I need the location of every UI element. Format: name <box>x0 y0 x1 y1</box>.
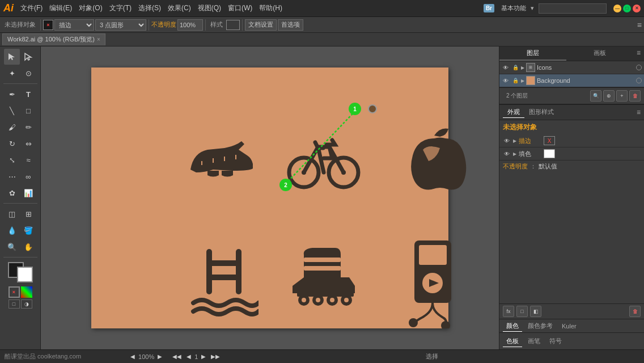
gradient-indicator[interactable] <box>21 286 32 298</box>
status-bar: 酷课堂出品 coolketang.com ◀ 100% ▶ ◀◀ ◀ 1 ▶ ▶… <box>0 349 644 363</box>
type-tool[interactable]: T <box>20 86 36 102</box>
appearance-menu-btn[interactable]: ≡ <box>637 108 641 116</box>
blend-anchor-node[interactable] <box>368 104 377 113</box>
zoom-prev-btn[interactable]: ◀ <box>129 353 137 360</box>
layer-row-background[interactable]: 👁 🔒 ▶ Background <box>499 74 644 87</box>
screen-mode-btn[interactable]: ◑ <box>21 299 32 309</box>
layer-eye-icons[interactable]: 👁 <box>502 64 510 71</box>
close-button[interactable]: ✕ <box>633 5 641 12</box>
menu-object[interactable]: 对象(O) <box>75 2 105 14</box>
zoom-tool[interactable]: 🔍 <box>4 239 20 255</box>
line-tool[interactable]: ╲ <box>4 103 20 119</box>
fill-value-box[interactable] <box>544 149 555 158</box>
new-layer-btn[interactable]: + <box>616 90 628 102</box>
page-back-btn[interactable]: ◀ <box>185 353 193 360</box>
locate-layer-btn[interactable]: ⊕ <box>603 90 615 102</box>
brushes-tab[interactable]: 画笔 <box>524 336 544 347</box>
style-box[interactable] <box>226 20 240 30</box>
scale-tool[interactable]: ⤡ <box>4 152 20 168</box>
warp-tool[interactable]: ≈ <box>20 152 36 168</box>
menu-type[interactable]: 文字(T) <box>106 2 135 14</box>
stroke-value-box[interactable]: X <box>544 136 555 145</box>
stroke-type-select[interactable]: 描边 <box>54 19 94 31</box>
magic-wand-tool[interactable]: ✦ <box>4 65 20 81</box>
gradient-tool[interactable]: ◫ <box>4 206 20 222</box>
direct-select-tool[interactable] <box>20 49 36 65</box>
width-tool[interactable]: ⋯ <box>4 168 20 184</box>
menu-select[interactable]: 选择(S) <box>135 2 164 14</box>
graphic-styles-tab[interactable]: 图形样式 <box>524 107 558 118</box>
menu-edit[interactable]: 编辑(E) <box>46 2 75 14</box>
graph-tool[interactable]: 📊 <box>20 185 36 201</box>
artboards-tab[interactable]: 画板 <box>566 47 633 61</box>
symbols-tab[interactable]: 符号 <box>546 336 565 347</box>
kuler-tab[interactable]: Kuler <box>558 322 580 331</box>
stroke-fill-row: × <box>9 286 32 298</box>
shape-tool[interactable]: □ <box>20 103 36 119</box>
eyedropper-tool[interactable]: 💧 <box>4 222 20 238</box>
menu-effect[interactable]: 效果(C) <box>164 2 194 14</box>
background-color[interactable] <box>17 267 33 282</box>
page-fwd-btn[interactable]: ▶ <box>200 353 207 360</box>
layer-circle-icons <box>636 65 642 70</box>
blend-tool[interactable]: ∞ <box>20 168 36 184</box>
fill-visibility[interactable]: 👁 <box>503 151 511 157</box>
panel-menu-icon[interactable]: ≡ <box>637 20 642 29</box>
svg-point-16 <box>330 298 334 302</box>
mesh-tool[interactable]: ⊞ <box>20 206 36 222</box>
color-guide-tab[interactable]: 颜色参考 <box>524 320 556 331</box>
new-stroke-btn[interactable]: □ <box>516 306 528 317</box>
menu-window[interactable]: 窗口(W) <box>224 2 256 14</box>
rotate-tool[interactable]: ↻ <box>4 136 20 151</box>
zoom-next-btn[interactable]: ▶ <box>156 353 164 360</box>
opacity-input[interactable] <box>177 19 203 31</box>
stroke-visibility[interactable]: 👁 <box>503 138 511 144</box>
swatches-tab[interactable]: 色板 <box>503 336 522 347</box>
select-tool[interactable] <box>4 49 20 65</box>
pen-tool[interactable]: ✒ <box>4 86 20 102</box>
layer-lock-bg[interactable]: 🔒 <box>511 77 519 85</box>
document-tab[interactable]: Work82.ai @ 100% (RGB/预览) × <box>2 33 105 45</box>
menu-file[interactable]: 文件(F) <box>17 2 46 14</box>
new-fill-btn[interactable]: ◧ <box>530 306 541 317</box>
menu-help[interactable]: 帮助(H) <box>256 2 286 14</box>
page-end-btn[interactable]: ▶▶ <box>209 353 222 360</box>
canvas-area[interactable]: 1 2 <box>41 47 499 349</box>
add-effect-btn[interactable]: fx <box>503 306 514 317</box>
layer-row-icons[interactable]: 👁 🔒 ▶ ⊞ Icons <box>499 61 644 74</box>
symbol-tool[interactable]: ✿ <box>4 185 20 201</box>
page-prev-btn[interactable]: ◀◀ <box>171 353 183 360</box>
maximize-button[interactable]: □ <box>623 5 631 12</box>
tab-close-button[interactable]: × <box>97 36 100 43</box>
menu-view[interactable]: 视图(Q) <box>194 2 224 14</box>
stroke-none-x: × <box>12 289 15 295</box>
color-tab[interactable]: 颜色 <box>503 320 522 332</box>
paintbrush-tool[interactable]: 🖌 <box>4 119 20 135</box>
bridge-icon[interactable]: Br <box>484 4 494 12</box>
stroke-style-select[interactable]: 3 点圆形 <box>95 19 146 31</box>
blend-node-2[interactable]: 2 <box>279 179 292 191</box>
minimize-button[interactable]: — <box>613 5 621 12</box>
layers-tab[interactable]: 图层 <box>499 47 566 61</box>
stroke-color-box[interactable]: × <box>43 20 53 30</box>
paint-bucket-tool[interactable]: 🪣 <box>20 222 36 238</box>
lasso-tool[interactable]: ⊙ <box>20 65 36 81</box>
color-mode-btn[interactable]: □ <box>9 299 20 309</box>
appearance-tab[interactable]: 外观 <box>503 107 524 118</box>
preferences-button[interactable]: 首选项 <box>278 19 303 31</box>
opacity-colon: ： <box>530 162 536 171</box>
hand-tool[interactable]: ✋ <box>20 239 36 255</box>
reflect-tool[interactable]: ⇔ <box>20 136 36 151</box>
stroke-none-box[interactable]: × <box>9 286 20 298</box>
pencil-tool[interactable]: ✏ <box>20 119 36 135</box>
svg-rect-9 <box>304 266 341 271</box>
del-appearance-btn[interactable]: 🗑 <box>629 306 641 317</box>
doc-settings-button[interactable]: 文档设置 <box>245 19 277 31</box>
search-input[interactable] <box>539 3 607 14</box>
layer-eye-bg[interactable]: 👁 <box>502 77 510 85</box>
delete-layer-btn[interactable]: 🗑 <box>629 90 641 102</box>
search-layer-btn[interactable]: 🔍 <box>590 90 601 102</box>
blend-node-1[interactable]: 1 <box>349 103 361 115</box>
panel-menu-btn[interactable]: ≡ <box>633 47 644 61</box>
layer-lock-icons[interactable]: 🔒 <box>511 64 519 71</box>
